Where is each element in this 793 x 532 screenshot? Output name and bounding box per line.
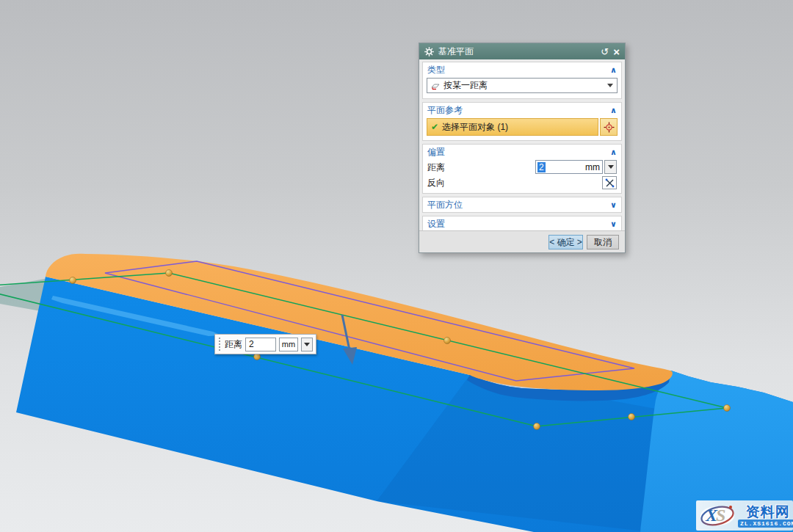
reset-button[interactable]: ↺ xyxy=(601,47,609,57)
dialog-body: 类型 ∧ 按某一距离 平面参考 xyxy=(419,59,625,230)
section-settings-title: 设置 xyxy=(427,218,445,230)
watermark-site-name: 资料网 xyxy=(746,504,790,520)
section-plane-reference: 平面参考 ∧ ✔ 选择平面对象 (1) xyxy=(422,102,622,141)
type-dropdown[interactable]: 按某一距离 xyxy=(427,78,618,93)
section-offset-title: 偏置 xyxy=(427,146,445,158)
section-type-header[interactable]: 类型 ∧ xyxy=(423,62,621,77)
drag-handle[interactable] xyxy=(444,338,451,344)
select-plane-object-label: 选择平面对象 (1) xyxy=(442,121,508,134)
cad-viewport: 距离 2 mm 基准平面 ↺ × xyxy=(0,0,793,532)
section-settings: 设置 ∨ xyxy=(422,216,622,232)
datum-distance-icon xyxy=(431,81,440,90)
section-offset-header[interactable]: 偏置 ∧ xyxy=(423,145,621,159)
dialog-titlebar[interactable]: 基准平面 ↺ × xyxy=(419,43,625,59)
unit-dropdown-button[interactable] xyxy=(301,338,313,351)
datum-plane-dialog: 基准平面 ↺ × 类型 ∧ 按某一距离 xyxy=(419,43,626,253)
distance-options-button[interactable] xyxy=(604,160,617,174)
plane-object-select-row: ✔ 选择平面对象 (1) xyxy=(427,118,618,136)
chevron-down-icon xyxy=(607,84,613,87)
distance-label: 距离 xyxy=(225,338,242,351)
section-plane-orientation: 平面方位 ∨ xyxy=(422,197,622,213)
check-icon: ✔ xyxy=(431,122,438,132)
reverse-row: 反向 xyxy=(423,175,621,190)
unit-field[interactable]: mm xyxy=(279,338,298,351)
type-dropdown-value: 按某一距离 xyxy=(443,79,488,92)
expand-chevron-icon[interactable]: ∨ xyxy=(610,219,617,229)
section-plane-reference-title: 平面参考 xyxy=(427,104,463,117)
collapse-chevron-icon[interactable]: ∧ xyxy=(610,106,617,115)
close-button[interactable]: × xyxy=(613,47,620,57)
select-plane-object-field[interactable]: ✔ 选择平面对象 (1) xyxy=(427,118,598,136)
distance-value-selected: 2 xyxy=(537,162,546,172)
drag-handle[interactable] xyxy=(166,270,173,277)
onscreen-distance-input-box: 距离 2 mm xyxy=(214,334,316,354)
section-offset: 偏置 ∧ 距离 2 mm xyxy=(422,144,622,194)
distance-input[interactable]: 2 xyxy=(245,338,276,351)
drag-handle[interactable] xyxy=(724,405,731,412)
section-plane-reference-header[interactable]: 平面参考 ∧ xyxy=(423,103,621,117)
section-plane-orientation-header[interactable]: 平面方位 ∨ xyxy=(423,197,621,212)
ok-button[interactable]: < 确定 > xyxy=(548,235,583,249)
distance-row: 距离 2 mm xyxy=(423,159,621,175)
crosshair-icon xyxy=(604,122,615,133)
watermark-site-url: ZL.XS1616.COM xyxy=(738,520,793,528)
reverse-direction-icon xyxy=(605,178,615,188)
watermark-logo: X S xyxy=(698,502,736,530)
drag-handle[interactable] xyxy=(629,414,635,420)
drag-handle[interactable] xyxy=(534,423,540,430)
distance-unit: mm xyxy=(585,162,600,172)
section-type-title: 类型 xyxy=(427,64,445,76)
dialog-footer: < 确定 > 取消 xyxy=(419,230,625,252)
reverse-direction-button[interactable] xyxy=(602,176,617,189)
distance-label: 距离 xyxy=(427,161,445,174)
reverse-label: 反向 xyxy=(427,177,445,189)
cancel-button[interactable]: 取消 xyxy=(587,235,619,249)
distance-input[interactable]: 2 mm xyxy=(535,160,603,174)
logo-letter-s: S xyxy=(716,506,725,525)
collapse-chevron-icon[interactable]: ∧ xyxy=(610,147,617,157)
collapse-chevron-icon[interactable]: ∧ xyxy=(610,65,617,75)
chevron-down-icon xyxy=(608,165,614,169)
section-plane-orientation-title: 平面方位 xyxy=(427,199,463,211)
drag-handle[interactable] xyxy=(70,277,76,284)
section-type: 类型 ∧ 按某一距离 xyxy=(422,62,622,99)
section-settings-header[interactable]: 设置 ∨ xyxy=(423,216,621,231)
3d-model-scene xyxy=(0,0,793,532)
drag-handle-strip[interactable] xyxy=(217,336,222,352)
gear-icon xyxy=(424,47,434,57)
chevron-down-icon xyxy=(304,343,310,346)
watermark: X S 资料网 ZL.XS1616.COM xyxy=(696,500,793,531)
point-constructor-button[interactable] xyxy=(600,118,618,136)
expand-chevron-icon[interactable]: ∨ xyxy=(610,200,617,210)
dialog-title: 基准平面 xyxy=(438,45,474,58)
